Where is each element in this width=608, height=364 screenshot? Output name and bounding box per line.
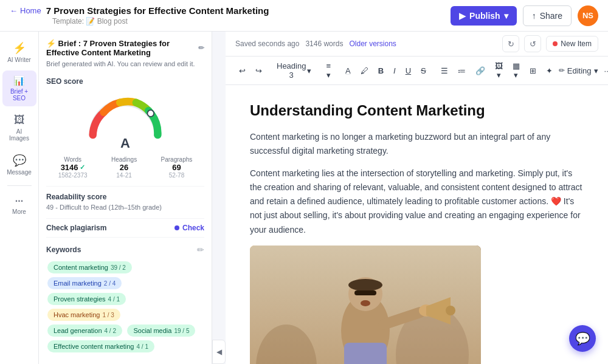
keyword-label: Content marketing — [54, 264, 108, 271]
panel-sidebar: ⚡ Brief : 7 Proven Strategies for Effect… — [39, 32, 212, 364]
text-color-button[interactable]: A — [342, 64, 354, 78]
collapse-panel-wrapper: ◀ — [212, 32, 226, 364]
plagiarism-check-button[interactable]: Check — [174, 224, 204, 232]
more-icon: ··· — [15, 196, 23, 207]
editor-h1[interactable]: Understanding Content Marketing — [250, 102, 584, 119]
keyword-label: Proven strategies — [54, 295, 106, 303]
readability-score: 49 - Difficult to Read (12th–15th grade) — [46, 204, 204, 211]
publish-label: Publish — [469, 11, 500, 21]
sidebar-item-brief-seo[interactable]: 📊 Brief + SEO — [2, 70, 36, 106]
keywords-section: Keywords ✏ Content marketing 39 / 2 Emai… — [46, 245, 204, 354]
publish-chevron-icon: ▾ — [504, 11, 508, 21]
keyword-label: Effective content marketing — [54, 343, 134, 350]
more-options-button[interactable]: ··· — [601, 64, 608, 78]
keyword-count: 1 / 3 — [102, 312, 114, 318]
sidebar-item-ai-writer[interactable]: ⚡ AI Writer — [2, 36, 36, 68]
publish-button[interactable]: ▶ Publish ▾ — [451, 6, 517, 26]
home-link[interactable]: ← Home — [10, 6, 41, 15]
home-label: Home — [20, 6, 41, 15]
stat-headings-range: 14-21 — [111, 172, 137, 179]
topbar: ← Home 7 Proven Strategies for Effective… — [0, 0, 608, 32]
strikethrough-button[interactable]: S — [417, 64, 430, 78]
brief-title-text: ⚡ Brief : 7 Proven Strategies for Effect… — [46, 39, 195, 57]
keyword-content-marketing[interactable]: Content marketing 39 / 2 — [47, 261, 132, 273]
sidebar-item-more[interactable]: ··· More — [2, 191, 36, 220]
editing-label: Editing — [567, 66, 592, 75]
highlight-button[interactable]: 🖊 — [357, 64, 372, 78]
svg-point-6 — [348, 279, 382, 291]
chat-fab-button[interactable]: 💬 — [569, 325, 596, 352]
heading-label: Heading 3 — [277, 61, 306, 80]
sidebar-item-ai-images[interactable]: 🖼 AI Images — [2, 109, 36, 146]
svg-point-11 — [446, 306, 455, 315]
keyword-social-media[interactable]: Social media 19 / 5 — [127, 325, 195, 337]
align-button[interactable]: ≡ ▾ — [322, 59, 334, 82]
keyword-email-marketing[interactable]: Email marketing 2 / 4 — [47, 277, 122, 289]
sidebar-item-message[interactable]: 💬 Message — [2, 149, 36, 180]
bold-button[interactable]: B — [375, 64, 387, 78]
editor-p2[interactable]: Content marketing lies at the intersecti… — [250, 167, 584, 236]
keywords-edit-icon[interactable]: ✏ — [197, 245, 204, 255]
stat-words-value: 3146 ✓ — [58, 163, 88, 172]
keyword-lead-generation[interactable]: Lead generation 4 / 2 — [47, 325, 122, 337]
editor-area: Saved seconds ago 3146 words Older versi… — [226, 32, 608, 364]
avatar[interactable]: NS — [578, 5, 598, 26]
image-insert-button[interactable]: 🖼 ▾ — [491, 59, 506, 82]
plagiarism-label: Check plagiarism — [46, 224, 106, 232]
edit-icon[interactable]: ✏ — [198, 44, 204, 52]
toolbar-right: ↻ ↺ New Item — [502, 35, 598, 52]
ordered-list-button[interactable]: ≔ — [454, 64, 469, 78]
editor-p1[interactable]: Content marketing is no longer a marketi… — [250, 130, 584, 158]
seo-grade: A — [120, 136, 130, 151]
main-layout: ⚡ AI Writer 📊 Brief + SEO 🖼 AI Images 💬 … — [0, 32, 608, 364]
keyword-label: Email marketing — [54, 280, 102, 287]
keyword-count: 39 / 2 — [111, 264, 126, 271]
keyword-count: 2 / 4 — [104, 280, 116, 287]
undo-button[interactable]: ↩ — [235, 64, 249, 78]
topbar-actions: ▶ Publish ▾ ↑ Share NS — [451, 5, 598, 26]
stat-headings: Headings 26 14-21 — [111, 156, 137, 179]
redo-button[interactable]: ↪ — [252, 64, 266, 78]
keyword-hvac-marketing[interactable]: Hvac marketing 1 / 3 — [47, 309, 120, 321]
left-nav: ⚡ AI Writer 📊 Brief + SEO 🖼 AI Images 💬 … — [0, 32, 39, 364]
readability-section: Readability score 49 - Difficult to Read… — [46, 186, 204, 211]
lightning-icon: ⚡ — [13, 41, 26, 55]
italic-button[interactable]: I — [390, 64, 399, 78]
content-area[interactable]: Understanding Content Marketing Content … — [226, 85, 608, 364]
ai-button[interactable]: ✦ — [542, 64, 556, 78]
topbar-title: 7 Proven Strategies for Effective Conten… — [46, 5, 269, 16]
editor-image — [250, 246, 481, 364]
image-content — [250, 246, 481, 364]
list-button[interactable]: ☰ — [437, 64, 452, 78]
embed-button[interactable]: ⊞ — [526, 64, 540, 78]
share-upload-icon: ↑ — [532, 11, 536, 21]
editing-mode-button[interactable]: ✏ Editing ▾ — [559, 66, 598, 75]
brief-title: ⚡ Brief : 7 Proven Strategies for Effect… — [46, 39, 204, 57]
share-button[interactable]: ↑ Share — [523, 5, 572, 26]
new-item-button[interactable]: New Item — [546, 36, 598, 52]
stat-paragraphs-range: 52-78 — [161, 172, 193, 179]
plagiarism-check-label: Check — [182, 224, 204, 232]
keywords-list: Content marketing 39 / 2 Email marketing… — [46, 259, 204, 354]
collapse-panel-button[interactable]: ◀ — [212, 340, 226, 364]
brief-description: Brief generated with AI. You can review … — [46, 60, 204, 69]
link-button[interactable]: 🔗 — [472, 64, 489, 78]
seo-stats: Words 3146 ✓ 1582-2373 Headings 26 14-21… — [46, 156, 204, 179]
image-svg — [250, 246, 481, 364]
keyword-proven-strategies[interactable]: Proven strategies 4 / 1 — [47, 293, 126, 305]
svg-rect-7 — [354, 290, 376, 295]
stat-words-label: Words — [58, 156, 88, 163]
older-versions-link[interactable]: Older versions — [349, 39, 396, 48]
underline-button[interactable]: U — [402, 64, 415, 78]
refresh-icon-button[interactable]: ↻ — [502, 35, 519, 52]
brief-seo-label: Brief + SEO — [6, 88, 33, 101]
table-button[interactable]: ▦ ▾ — [509, 59, 523, 82]
history-icon-button[interactable]: ↺ — [524, 35, 541, 52]
keyword-effective-content-marketing[interactable]: Effective content marketing 4 / 1 — [47, 340, 154, 352]
stat-headings-value: 26 — [111, 163, 137, 172]
stat-words-range: 1582-2373 — [58, 172, 88, 179]
plagiarism-section: Check plagiarism Check — [46, 218, 204, 238]
topbar-left: ← Home 7 Proven Strategies for Effective… — [10, 5, 269, 26]
image-icon: 🖼 — [14, 114, 25, 126]
heading-selector-button[interactable]: Heading 3 ▾ — [273, 59, 315, 82]
